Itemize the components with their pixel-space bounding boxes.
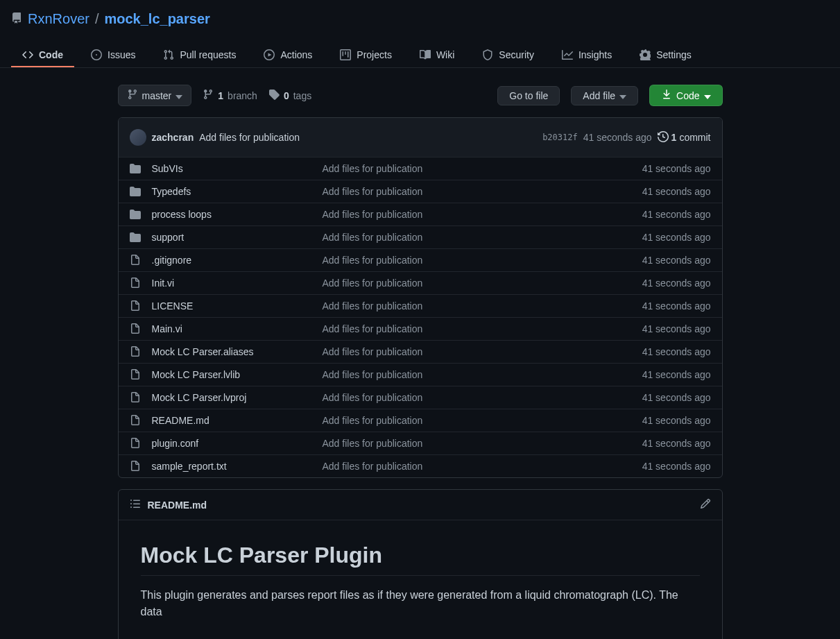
commit-time: 41 seconds ago xyxy=(583,132,652,143)
folder-icon xyxy=(130,232,141,243)
tag-icon xyxy=(268,89,280,102)
file-name-link[interactable]: Init.vi xyxy=(152,278,175,289)
add-file-button[interactable]: Add file xyxy=(571,86,638,105)
file-commit-msg-link[interactable]: Add files for publication xyxy=(323,346,423,357)
tag-count-label: tags xyxy=(293,90,311,101)
commits-link[interactable]: 1 commit xyxy=(658,131,711,144)
caret-down-icon xyxy=(704,90,711,101)
file-name-link[interactable]: Main.vi xyxy=(152,323,182,334)
caret-down-icon xyxy=(619,90,626,101)
list-icon[interactable] xyxy=(130,498,141,511)
file-commit-msg-link[interactable]: Add files for publication xyxy=(323,163,423,174)
latest-commit-header: zachcran Add files for publication b2031… xyxy=(119,118,722,157)
readme-filename[interactable]: README.md xyxy=(148,500,693,511)
branches-link[interactable]: 1 branch xyxy=(203,89,257,102)
file-icon xyxy=(130,323,141,334)
avatar[interactable] xyxy=(130,129,146,146)
file-time: 41 seconds ago xyxy=(642,369,711,380)
file-name-link[interactable]: README.md xyxy=(152,415,209,426)
file-row: LICENSEAdd files for publication41 secon… xyxy=(119,295,722,318)
repo-icon xyxy=(11,11,22,27)
file-time: 41 seconds ago xyxy=(642,438,711,449)
file-commit-msg-link[interactable]: Add files for publication xyxy=(323,415,423,426)
file-commit-msg-link[interactable]: Add files for publication xyxy=(323,461,423,472)
history-icon xyxy=(658,131,669,144)
main-container: master 1 branch 0 tags Go to file Add fi… xyxy=(107,85,734,639)
tags-link[interactable]: 0 tags xyxy=(268,89,311,102)
tab-settings[interactable]: Settings xyxy=(628,44,703,67)
file-commit-msg-link[interactable]: Add files for publication xyxy=(323,438,423,449)
file-name-link[interactable]: Typedefs xyxy=(152,186,191,197)
tab-wiki-label: Wiki xyxy=(436,49,454,60)
commit-hash[interactable]: b20312f xyxy=(542,133,578,142)
file-icon xyxy=(130,255,141,266)
file-name-link[interactable]: Mock LC Parser.lvlib xyxy=(152,369,241,380)
file-time: 41 seconds ago xyxy=(642,415,711,426)
tab-pulls[interactable]: Pull requests xyxy=(152,44,247,67)
file-commit-msg-link[interactable]: Add files for publication xyxy=(323,186,423,197)
file-time: 41 seconds ago xyxy=(642,323,711,334)
file-row: sample_report.txtAdd files for publicati… xyxy=(119,455,722,477)
file-time: 41 seconds ago xyxy=(642,163,711,174)
file-name-link[interactable]: Mock LC Parser.lvproj xyxy=(152,392,247,403)
file-icon xyxy=(130,300,141,312)
repo-owner-link[interactable]: RxnRover xyxy=(28,11,89,27)
file-commit-msg-link[interactable]: Add files for publication xyxy=(323,300,423,312)
file-name-link[interactable]: .gitignore xyxy=(152,255,192,266)
file-time: 41 seconds ago xyxy=(642,186,711,197)
pencil-icon[interactable] xyxy=(700,498,711,511)
file-name-link[interactable]: Mock LC Parser.aliases xyxy=(152,346,254,357)
file-name-link[interactable]: SubVIs xyxy=(152,163,183,174)
tab-security-label: Security xyxy=(499,49,534,60)
caret-down-icon xyxy=(175,90,182,101)
readme-paragraph: This plugin generates and parses report … xyxy=(141,587,700,620)
tab-wiki[interactable]: Wiki xyxy=(409,44,465,67)
file-commit-msg-link[interactable]: Add files for publication xyxy=(323,255,423,266)
file-commit-msg-link[interactable]: Add files for publication xyxy=(323,278,423,289)
file-icon xyxy=(130,461,141,472)
file-time: 41 seconds ago xyxy=(642,461,711,472)
file-name-link[interactable]: LICENSE xyxy=(152,300,194,312)
file-commit-msg-link[interactable]: Add files for publication xyxy=(323,232,423,243)
tab-code[interactable]: Code xyxy=(11,44,74,67)
file-time: 41 seconds ago xyxy=(642,346,711,357)
tab-actions[interactable]: Actions xyxy=(252,44,323,67)
repo-name-link[interactable]: mock_lc_parser xyxy=(104,11,209,27)
commit-author-link[interactable]: zachcran xyxy=(152,132,194,143)
file-name-link[interactable]: process loops xyxy=(152,209,212,220)
add-file-label: Add file xyxy=(583,90,615,101)
branch-count: 1 xyxy=(218,90,223,101)
branch-count-label: branch xyxy=(228,90,257,101)
file-row: plugin.confAdd files for publication41 s… xyxy=(119,432,722,455)
file-icon xyxy=(130,438,141,449)
file-commit-msg-link[interactable]: Add files for publication xyxy=(323,323,423,334)
file-time: 41 seconds ago xyxy=(642,255,711,266)
code-button[interactable]: Code xyxy=(649,85,722,106)
file-name-link[interactable]: support xyxy=(152,232,185,243)
file-commit-msg-link[interactable]: Add files for publication xyxy=(323,392,423,403)
folder-icon xyxy=(130,163,141,174)
file-icon xyxy=(130,346,141,357)
branch-icon xyxy=(203,89,214,102)
file-tree-box: zachcran Add files for publication b2031… xyxy=(118,117,723,478)
file-name-link[interactable]: sample_report.txt xyxy=(152,461,227,472)
repo-header: RxnRover / mock_lc_parser xyxy=(0,0,840,27)
file-name-link[interactable]: plugin.conf xyxy=(152,438,199,449)
download-icon xyxy=(661,89,672,102)
tab-issues[interactable]: Issues xyxy=(80,44,146,67)
tab-insights[interactable]: Insights xyxy=(551,44,623,67)
tab-security[interactable]: Security xyxy=(471,44,545,67)
file-time: 41 seconds ago xyxy=(642,209,711,220)
branch-select-button[interactable]: master xyxy=(118,85,192,106)
file-commit-msg-link[interactable]: Add files for publication xyxy=(323,369,423,380)
tab-projects[interactable]: Projects xyxy=(329,44,403,67)
readme-header: README.md xyxy=(119,490,722,520)
file-row: Init.viAdd files for publication41 secon… xyxy=(119,272,722,295)
go-to-file-button[interactable]: Go to file xyxy=(497,86,560,105)
file-commit-msg-link[interactable]: Add files for publication xyxy=(323,209,423,220)
branch-icon xyxy=(127,89,138,102)
commit-message-link[interactable]: Add files for publication xyxy=(199,132,300,143)
file-icon xyxy=(130,392,141,403)
file-row: Main.viAdd files for publication41 secon… xyxy=(119,318,722,341)
tag-count: 0 xyxy=(284,90,289,101)
